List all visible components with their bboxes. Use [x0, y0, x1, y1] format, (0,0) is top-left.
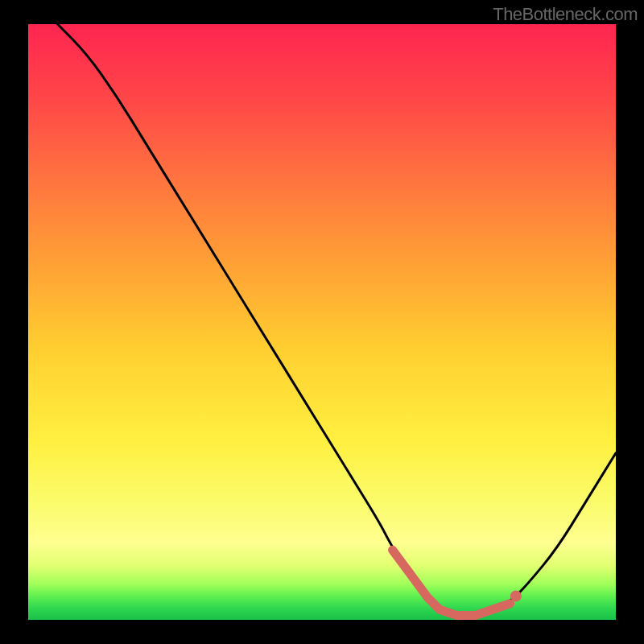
svg-rect-0: [28, 24, 616, 620]
chart-plot-area: [28, 24, 616, 620]
chart-container: TheBottleneck.com: [0, 0, 644, 644]
gradient-background: [28, 24, 616, 620]
watermark-text: TheBottleneck.com: [493, 4, 638, 25]
